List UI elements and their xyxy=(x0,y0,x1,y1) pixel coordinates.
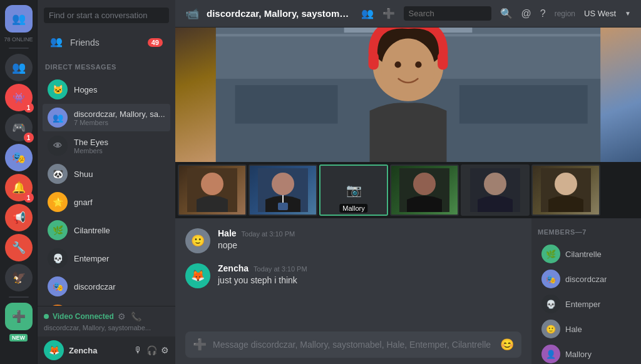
dm-item[interactable]: 👁 The Eyes Members xyxy=(43,132,170,159)
server-1-icon: 👥 xyxy=(12,61,26,74)
message-avatar: 🙂 xyxy=(185,228,210,253)
badge-3: 1 xyxy=(24,193,34,203)
message-text: nope xyxy=(218,240,521,252)
dm-info: Hoges xyxy=(74,85,165,94)
server-icon-5[interactable]: 🔔 1 xyxy=(5,174,33,201)
dm-item[interactable]: 💀 Entemper xyxy=(43,245,170,272)
search-input-header[interactable] xyxy=(404,6,491,21)
vc-controls: ⚙ 📞 xyxy=(118,311,141,321)
friends-icon: 👥 xyxy=(50,36,64,49)
plus-icon: ➕ xyxy=(12,310,26,323)
server-icon-8[interactable]: 🦅 xyxy=(5,264,33,291)
member-item[interactable]: 🎭 discordczar xyxy=(538,267,635,291)
region-value: US West xyxy=(584,9,616,18)
region-dropdown-icon[interactable]: ▼ xyxy=(625,10,631,17)
dm-avatar: 🐼 xyxy=(48,164,68,184)
icon-bar: 👥 78 ONLINE 👥 👾 1 🎮 1 🎭 🔔 1 📢 🔧 🦅 ➕ NEW xyxy=(0,0,38,364)
mic-icon[interactable]: 🎙 xyxy=(134,345,143,355)
server-icon-2[interactable]: 👾 1 xyxy=(5,84,33,111)
search-bar xyxy=(38,0,175,31)
message-input-area: ➕ 😊 xyxy=(175,325,531,364)
svg-point-24 xyxy=(555,173,577,195)
main-content: 📹 discordczar, Mallory, saystomabel, Hal… xyxy=(175,0,641,364)
member-info: Mallory xyxy=(565,350,592,359)
dm-item[interactable]: 🌿 Cilantrelle xyxy=(43,216,170,244)
video-main xyxy=(175,28,641,162)
server-5-icon: 🔔 xyxy=(12,181,26,195)
video-thumb-6[interactable] xyxy=(531,164,600,216)
member-name: discordczar xyxy=(565,275,607,284)
message-time: Today at 3:10 PM xyxy=(242,230,295,238)
video-thumb-5[interactable] xyxy=(461,164,530,216)
add-member-icon[interactable]: 👥 xyxy=(361,8,374,19)
divider xyxy=(9,48,29,49)
svg-point-11 xyxy=(395,61,401,68)
username: Zencha xyxy=(69,346,129,355)
dm-item[interactable]: 🐱 Hoges xyxy=(43,76,170,103)
vc-settings-icon[interactable]: ⚙ xyxy=(118,311,126,321)
member-item[interactable]: 🙂 Hale xyxy=(538,317,635,341)
dm-section-header: DIRECT MESSAGES xyxy=(38,54,175,73)
message-header: Zencha Today at 3:10 PM xyxy=(218,263,521,273)
vc-status: Video Connected ⚙ 📞 xyxy=(44,311,169,321)
server-icon-7[interactable]: 🔧 xyxy=(5,234,33,261)
members-sidebar: MEMBERS—7 🌿 Cilantrelle 🎭 discordczar 💀 … xyxy=(531,218,641,364)
search-input[interactable] xyxy=(44,8,169,23)
at-icon[interactable]: @ xyxy=(521,8,531,19)
dm-avatar: 🐱 xyxy=(48,79,68,99)
video-thumb-4[interactable] xyxy=(390,164,459,216)
members-header: MEMBERS—7 xyxy=(538,228,635,236)
dm-item[interactable]: 👥 discordczar, Mallory, sa... 7 Members xyxy=(43,104,170,131)
server-icon-4[interactable]: 🎭 xyxy=(5,144,33,171)
server-icon-6[interactable]: 📢 xyxy=(5,204,33,231)
region-label: region xyxy=(555,9,575,18)
member-name: Entemper xyxy=(565,300,600,309)
message-content: Hale Today at 3:10 PM nope xyxy=(218,228,521,253)
dm-item[interactable]: 🌟 gnarf xyxy=(43,188,170,216)
friends-item[interactable]: 👥 Friends 49 xyxy=(43,31,170,54)
message: 🦊 Zencha Today at 3:10 PM just you steph… xyxy=(185,263,521,288)
add-server-button[interactable]: ➕ xyxy=(5,303,33,330)
svg-rect-4 xyxy=(235,85,338,123)
invite-icon[interactable]: ➕ xyxy=(382,8,395,19)
camera-off-icon: 📷 xyxy=(346,183,362,198)
channel-sidebar: 👥 Friends 49 DIRECT MESSAGES 🐱 Hoges 👥 d… xyxy=(38,0,175,364)
member-item[interactable]: 🌿 Cilantrelle xyxy=(538,242,635,266)
member-info: Cilantrelle xyxy=(565,250,602,259)
messages-area: 🙂 Hale Today at 3:10 PM nope 🦊 Zencha To… xyxy=(175,218,531,364)
dm-info: Shuu xyxy=(74,169,165,179)
headphones-icon[interactable]: 🎧 xyxy=(146,345,157,355)
video-thumb-1[interactable] xyxy=(178,164,247,216)
dm-name: gnarf xyxy=(74,198,165,207)
dm-avatar: 👥 xyxy=(48,108,68,128)
member-avatar: 🎭 xyxy=(541,270,560,288)
dm-info: discordczar xyxy=(74,282,165,291)
vc-phone-icon[interactable]: 📞 xyxy=(131,311,141,321)
message-header: Hale Today at 3:10 PM xyxy=(218,228,521,238)
dm-item[interactable]: 🐱 kitcat_kat xyxy=(43,301,170,306)
help-icon[interactable]: ? xyxy=(540,8,546,19)
video-area: 📷 Mallory xyxy=(175,28,641,218)
dm-item[interactable]: 🐼 Shuu xyxy=(43,160,170,188)
video-thumb-mallory[interactable]: 📷 Mallory xyxy=(319,164,388,216)
member-item[interactable]: 👤 Mallory xyxy=(538,342,635,364)
server-icon-1[interactable]: 👥 xyxy=(5,54,33,81)
dm-info: gnarf xyxy=(74,198,165,207)
member-avatar: 💀 xyxy=(541,295,560,313)
search-icon[interactable]: 🔍 xyxy=(500,8,513,19)
badge-2: 1 xyxy=(24,133,34,143)
settings-icon[interactable]: ⚙ xyxy=(161,345,169,355)
divider-2 xyxy=(9,296,29,298)
dm-item[interactable]: 🎭 discordczar xyxy=(43,273,170,300)
page-title: discordczar, Mallory, saystomabel, Hale,… xyxy=(207,8,354,19)
server-icon-3[interactable]: 🎮 1 xyxy=(5,114,33,141)
emoji-icon[interactable]: 😊 xyxy=(500,338,514,351)
home-button[interactable]: 👥 xyxy=(5,5,33,33)
member-item[interactable]: 💀 Entemper xyxy=(538,292,635,316)
member-avatar: 👤 xyxy=(541,345,560,363)
add-attachment-icon[interactable]: ➕ xyxy=(193,338,207,351)
vc-label: Video Connected xyxy=(53,312,114,321)
message-input[interactable] xyxy=(213,340,494,350)
video-thumb-2[interactable] xyxy=(249,164,317,216)
dm-sub: 7 Members xyxy=(74,119,165,126)
